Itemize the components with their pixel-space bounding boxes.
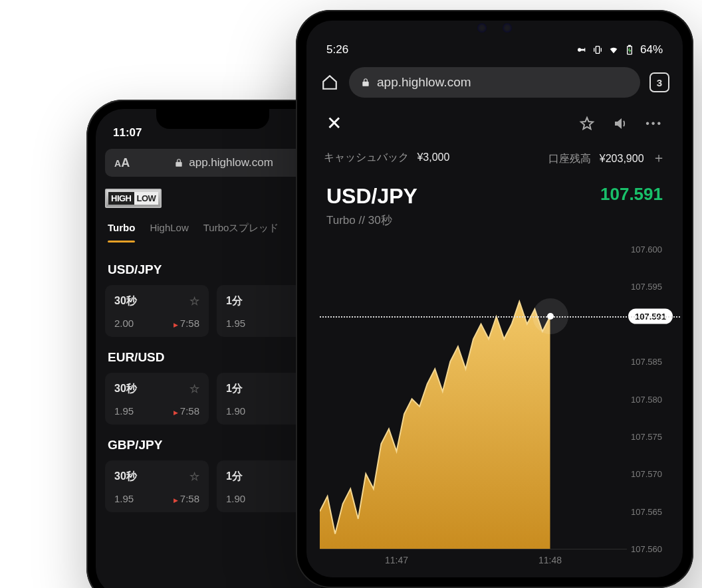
card-countdown: 7:58: [180, 493, 199, 504]
x-tick: 11:48: [538, 555, 562, 577]
card-countdown: 7:58: [180, 405, 199, 417]
current-price-line: [320, 316, 680, 318]
chart-series: [320, 249, 627, 549]
card-duration: 30秒: [114, 294, 137, 308]
y-tick: 107.585: [631, 357, 662, 367]
logo-low: LOW: [134, 192, 159, 205]
card-payout: 1.90: [226, 405, 245, 417]
reader-mode-icon[interactable]: AA: [114, 156, 130, 170]
pairs-list[interactable]: USD/JPY 30秒☆ 2.00▶7:58 1分 1.95 EUR/USD 3…: [96, 243, 330, 519]
pair-header: USD/JPY Turbo // 30秒 107.591: [306, 171, 683, 232]
option-card[interactable]: 30秒☆ 1.95▶7:58: [105, 460, 209, 512]
notch: [156, 109, 269, 129]
option-card[interactable]: 30秒☆ 2.00▶7:58: [105, 285, 209, 337]
countdown-icon: ▶: [174, 497, 178, 504]
url-text: app.highlow.com: [377, 75, 471, 90]
pair-title: USD/JPY: [108, 262, 318, 277]
browser-toolbar: app.highlow.com 3: [306, 60, 683, 100]
phone-front: 5:26 64% app.highlow.com 3: [296, 10, 693, 588]
phone-back-screen: 11:07 AA app.highlow.com HIGH LOW Turbo …: [96, 109, 330, 588]
x-tick: 11:47: [385, 555, 408, 577]
option-card[interactable]: 30秒☆ 1.95▶7:58: [105, 373, 209, 425]
address-bar-back[interactable]: AA app.highlow.com: [105, 149, 320, 177]
vpn-icon: [576, 45, 587, 55]
trade-type-tabs: Turbo HighLow Turboスプレッド: [96, 213, 330, 243]
card-duration: 1分: [226, 294, 243, 308]
tab-count[interactable]: 3: [649, 72, 669, 92]
y-tick: 107.575: [631, 431, 662, 441]
card-countdown: 7:58: [180, 318, 199, 329]
y-tick: 107.580: [631, 394, 662, 404]
pair-symbol: USD/JPY: [326, 184, 417, 209]
chart-y-axis: 107.560107.565107.570107.575107.580107.5…: [627, 249, 675, 549]
svg-rect-1: [581, 49, 586, 51]
svg-rect-6: [629, 45, 631, 46]
pair-title: EUR/USD: [108, 350, 318, 365]
y-tick: 107.560: [631, 544, 662, 554]
card-payout: 1.95: [226, 318, 245, 329]
price-chart[interactable]: 107.560107.565107.570107.575107.580107.5…: [306, 232, 683, 549]
current-price-marker: [532, 298, 568, 334]
pair-price: 107.591: [600, 184, 663, 205]
svg-rect-2: [584, 48, 585, 49]
pair-subtitle: Turbo // 30秒: [326, 213, 417, 228]
battery-percent: 64%: [640, 43, 663, 56]
sound-icon[interactable]: [612, 116, 628, 132]
chart-x-axis: 11:4711:48: [306, 549, 683, 577]
wifi-icon: [608, 45, 619, 55]
star-icon[interactable]: ☆: [189, 470, 199, 484]
status-time: 5:26: [326, 43, 348, 56]
star-icon[interactable]: [579, 116, 595, 132]
card-duration: 30秒: [114, 382, 137, 396]
countdown-icon: ▶: [174, 409, 178, 416]
card-payout: 1.90: [226, 493, 245, 504]
tab-turbo-spread[interactable]: Turboスプレッド: [203, 217, 279, 243]
card-payout: 1.95: [114, 493, 134, 504]
svg-point-0: [578, 48, 581, 51]
balance-bar: キャッシュバック ¥3,000 口座残高 ¥203,900 ＋: [306, 137, 683, 171]
close-icon[interactable]: ✕: [326, 112, 342, 134]
card-payout: 1.95: [114, 405, 134, 417]
pair-title: GBP/JPY: [108, 438, 318, 452]
star-icon[interactable]: ☆: [189, 294, 199, 308]
cashback-value: ¥3,000: [417, 151, 449, 163]
y-tick: 107.565: [631, 506, 662, 516]
url-text: app.highlow.com: [189, 156, 273, 169]
cashback-label: キャッシュバック: [324, 151, 409, 163]
home-icon[interactable]: [320, 72, 340, 92]
vibrate-icon: [592, 45, 603, 55]
balance-value: ¥203,900: [600, 153, 644, 164]
star-icon[interactable]: ☆: [189, 382, 199, 396]
status-time: 11:07: [113, 126, 142, 140]
app-logo: HIGH LOW: [105, 183, 320, 213]
card-duration: 30秒: [114, 470, 137, 484]
card-duration: 1分: [226, 470, 243, 484]
card-duration: 1分: [226, 382, 243, 396]
card-payout: 2.00: [114, 318, 134, 329]
lock-icon: [174, 158, 183, 167]
page-controls: ✕ •••: [306, 100, 683, 137]
battery-icon: [624, 45, 635, 55]
svg-rect-3: [584, 50, 585, 51]
countdown-icon: ▶: [174, 322, 178, 328]
svg-rect-4: [596, 47, 599, 54]
phone-front-screen: 5:26 64% app.highlow.com 3: [306, 21, 683, 577]
more-icon[interactable]: •••: [645, 118, 663, 130]
y-tick: 107.570: [631, 469, 662, 479]
tab-turbo[interactable]: Turbo: [108, 217, 135, 243]
tab-highlow[interactable]: HighLow: [150, 217, 188, 243]
y-tick: 107.595: [631, 282, 662, 292]
add-funds-icon[interactable]: ＋: [652, 150, 665, 165]
lock-icon: [361, 78, 370, 87]
balance-label: 口座残高: [548, 153, 591, 164]
address-bar-front[interactable]: app.highlow.com: [349, 67, 640, 98]
logo-high: HIGH: [108, 192, 134, 205]
y-tick: 107.600: [631, 245, 662, 254]
